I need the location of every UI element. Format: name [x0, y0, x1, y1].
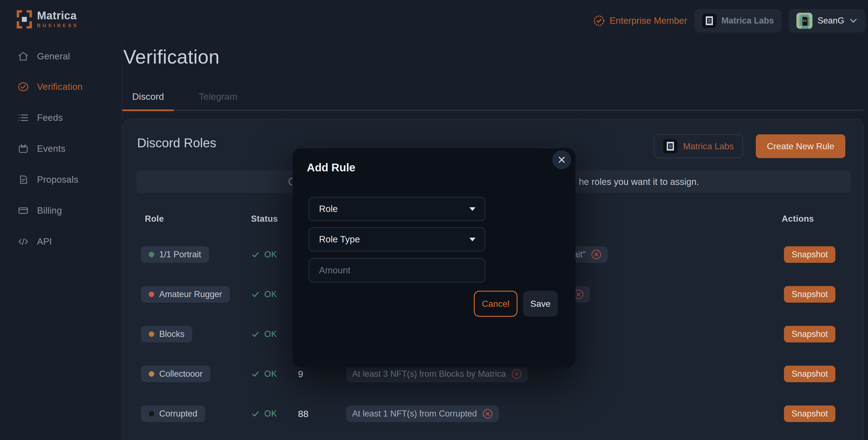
panel-title: Discord Roles: [137, 135, 216, 150]
user-avatar: [797, 13, 812, 29]
role-color-dot: [149, 332, 154, 337]
users-count: 88: [298, 408, 309, 419]
column-header-status: Status: [251, 214, 278, 224]
amount-field-wrap: [309, 258, 486, 282]
role-color-dot: [149, 291, 154, 297]
check-icon: [251, 250, 260, 259]
table-row: Corrupted OK 88 At least 1 NFT(s) from C…: [123, 405, 863, 422]
role-type-select[interactable]: Role Type: [309, 227, 486, 252]
role-badge[interactable]: Amateur Rugger: [141, 286, 230, 303]
snapshot-button[interactable]: Snapshot: [784, 366, 835, 382]
membership-badge: Enterprise Member: [593, 14, 687, 27]
org-logo-icon: [663, 139, 678, 153]
modal-title: Add Rule: [307, 161, 355, 174]
sidebar: General Verification Feeds Events Propos…: [0, 41, 122, 440]
code-icon: [18, 236, 29, 247]
clipboard-icon: [18, 174, 29, 185]
top-bar: Matrica BUSINESS Enterprise Member Matri…: [0, 0, 868, 41]
status-badge: OK: [264, 289, 277, 299]
calendar-icon: [18, 143, 29, 154]
remove-rule-icon[interactable]: [512, 369, 522, 379]
list-icon: [18, 112, 29, 123]
close-icon: [558, 156, 566, 164]
create-new-rule-button[interactable]: Create New Rule: [756, 134, 845, 158]
brand-logo: Matrica BUSINESS: [17, 10, 79, 28]
users-count: 9: [298, 369, 303, 379]
snapshot-button[interactable]: Snapshot: [784, 246, 835, 263]
role-select[interactable]: Role: [309, 197, 486, 221]
dropdown-caret-icon: [469, 207, 475, 211]
seal-badge-icon: [593, 14, 605, 27]
platform-tabs: Discord Telegram: [122, 91, 864, 111]
credit-card-icon: [18, 205, 29, 216]
status-badge: OK: [264, 329, 277, 339]
status-badge: OK: [264, 369, 277, 379]
status-badge: OK: [264, 409, 277, 419]
add-rule-modal: Add Rule Role Role Type Cancel Save: [292, 148, 576, 368]
role-badge[interactable]: Corrupted: [141, 405, 205, 422]
role-color-dot: [149, 411, 154, 416]
panel-org-button[interactable]: Matrica Labs: [654, 134, 743, 158]
save-button[interactable]: Save: [523, 291, 558, 317]
close-modal-button[interactable]: [552, 150, 571, 169]
page-title: Verification: [123, 46, 219, 68]
remove-rule-icon[interactable]: [591, 249, 601, 260]
column-header-role: Role: [145, 214, 164, 224]
user-menu-button[interactable]: SeanG: [789, 9, 865, 32]
role-badge[interactable]: Collectooor: [141, 366, 210, 382]
remove-rule-icon[interactable]: [483, 408, 493, 419]
sidebar-item-general[interactable]: General: [0, 46, 122, 67]
membership-label: Enterprise Member: [610, 15, 687, 26]
check-icon: [251, 290, 260, 299]
role-badge[interactable]: Blocks: [141, 326, 192, 342]
status-badge: OK: [264, 250, 277, 259]
snapshot-button[interactable]: Snapshot: [784, 326, 835, 342]
check-icon: [251, 409, 260, 418]
cancel-button[interactable]: Cancel: [474, 291, 518, 317]
sidebar-item-feeds[interactable]: Feeds: [0, 107, 122, 128]
sidebar-item-billing[interactable]: Billing: [0, 200, 122, 221]
role-color-dot: [149, 371, 154, 377]
dropdown-caret-icon: [469, 238, 475, 241]
sidebar-item-proposals[interactable]: Proposals: [0, 169, 122, 190]
chevron-down-icon: [849, 18, 858, 24]
amount-input[interactable]: [319, 265, 475, 276]
check-icon: [251, 370, 260, 378]
check-icon: [251, 330, 260, 339]
role-badge[interactable]: 1/1 Portrait: [141, 246, 209, 263]
check-circle-icon: [18, 81, 29, 92]
snapshot-button[interactable]: Snapshot: [784, 405, 835, 422]
org-switcher-button[interactable]: Matrica Labs: [694, 9, 782, 32]
rule-chip[interactable]: At least 1 NFT(s) from Corrupted: [346, 405, 499, 422]
tab-discord[interactable]: Discord: [122, 91, 174, 110]
role-color-dot: [149, 252, 154, 257]
rule-chip[interactable]: At least 3 NFT(s) from Blocks by Matrica: [346, 366, 528, 382]
table-row: Collectooor OK 9 At least 3 NFT(s) from …: [123, 366, 863, 382]
snapshot-button[interactable]: Snapshot: [784, 286, 835, 303]
org-logo-icon: [702, 13, 716, 28]
home-icon: [18, 51, 29, 62]
sidebar-item-api[interactable]: API: [0, 231, 122, 252]
brand-subtitle: BUSINESS: [37, 23, 79, 28]
sidebar-item-events[interactable]: Events: [0, 138, 122, 159]
matrica-logo-icon: [17, 10, 32, 28]
brand-name: Matrica: [37, 10, 79, 21]
column-header-actions: Actions: [782, 214, 814, 224]
sidebar-item-verification[interactable]: Verification: [0, 76, 122, 97]
banner-text: he roles you want it to assign.: [579, 177, 699, 187]
tab-telegram[interactable]: Telegram: [189, 91, 247, 110]
user-name: SeanG: [817, 16, 844, 26]
org-name: Matrica Labs: [721, 16, 774, 26]
